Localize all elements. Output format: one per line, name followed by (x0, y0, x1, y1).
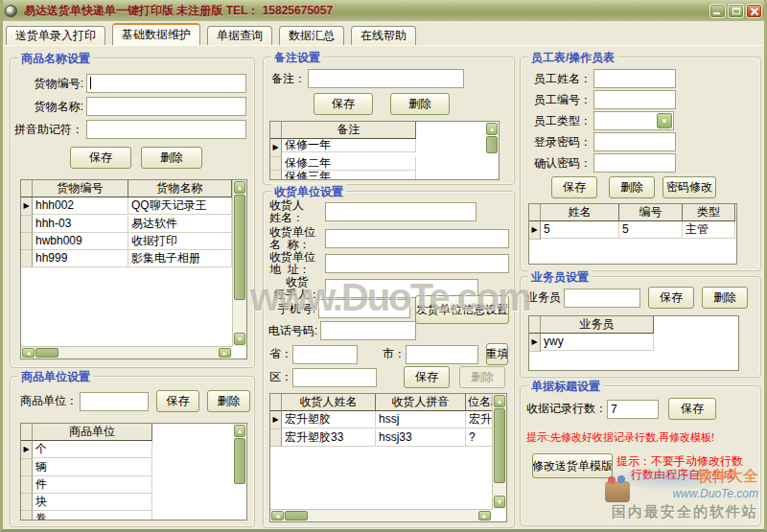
city-input[interactable] (406, 345, 478, 364)
column-header[interactable]: 收货人姓名 (282, 394, 376, 411)
doc-save-button[interactable]: 保存 (668, 398, 716, 420)
refill-button[interactable]: 重填 (486, 343, 508, 365)
table-row[interactable]: hh999 影集电子相册 (21, 250, 232, 267)
receiver-save-button[interactable]: 保存 (404, 366, 450, 388)
unit-delete-button[interactable]: 删除 (207, 390, 250, 412)
maximize-button[interactable] (728, 4, 744, 18)
scroll-thumb[interactable] (234, 438, 245, 484)
goods-name-input[interactable] (86, 97, 246, 116)
mobile-input[interactable] (318, 299, 410, 318)
table-row[interactable]: 辆 (21, 459, 152, 476)
table-row[interactable]: 卷 (21, 511, 152, 520)
salesman-save-button[interactable]: 保存 (648, 287, 694, 309)
employee-table: 姓名 编号 类型 ▶ 5 5 主管 (528, 203, 737, 265)
unit-input[interactable] (80, 392, 149, 411)
remark-save-button[interactable]: 保存 (314, 93, 373, 115)
horizontal-scrollbar[interactable]: ◄ ► (270, 509, 492, 521)
change-password-button[interactable]: 密码修改 (662, 176, 716, 198)
scroll-up-button[interactable]: ▲ (234, 181, 245, 194)
login-password-input[interactable] (593, 132, 676, 151)
district-input[interactable] (292, 368, 377, 387)
table-row[interactable]: hhh-03 易达软件 (21, 216, 232, 233)
close-button[interactable] (746, 4, 762, 18)
column-header[interactable]: 备注 (282, 122, 416, 139)
main-content: 商品名称设置 货物编号: 货物名称: 拼音助记符： 保存 删除 货物编号 (3, 45, 764, 529)
horizontal-scrollbar[interactable]: ◄ ► (21, 346, 232, 359)
scroll-right-button[interactable]: ► (219, 348, 231, 358)
scroll-down-button[interactable]: ▼ (494, 496, 505, 508)
goods-pinyin-input[interactable] (86, 120, 246, 139)
scroll-thumb[interactable] (285, 511, 308, 520)
vertical-scrollbar[interactable]: ▲ ▼ (492, 394, 506, 509)
table-row[interactable]: ▶ 宏升塑胶 hssj 宏升 (270, 411, 493, 429)
phone-input[interactable] (320, 321, 416, 340)
table-row[interactable]: ▶ 保修一年 (270, 139, 416, 157)
table-row[interactable]: ▶ hhh002 QQ聊天记录王 (21, 197, 232, 216)
salesman-delete-button[interactable]: 删除 (702, 287, 748, 309)
column-header[interactable]: 货物名称 (128, 180, 232, 197)
sender-info-button[interactable]: 发货单位信息设置 (415, 295, 509, 324)
scroll-thumb[interactable] (494, 408, 505, 483)
minimize-button[interactable] (709, 4, 726, 18)
tab-delivery-entry-print[interactable]: 送货单录入打印 (6, 26, 105, 45)
scroll-up-button[interactable]: ▲ (494, 395, 505, 407)
dropdown-arrow-icon[interactable]: ▼ (657, 113, 672, 128)
table-row[interactable]: 保修二年 (270, 157, 416, 171)
scroll-left-button[interactable]: ◄ (22, 348, 35, 358)
scroll-right-button[interactable]: ► (478, 511, 491, 520)
salesman-input[interactable] (564, 289, 640, 308)
confirm-password-input[interactable] (593, 153, 676, 173)
tab-online-help[interactable]: 在线帮助 (351, 26, 416, 45)
table-cell: 块 (33, 494, 152, 511)
scroll-thumb[interactable] (234, 195, 245, 300)
column-header[interactable]: 商品单位 (33, 424, 152, 441)
receiver-name-label: 收货人 姓名： (269, 199, 325, 224)
column-header[interactable]: 类型 (683, 204, 735, 221)
column-header[interactable]: 货物编号 (33, 180, 128, 197)
app-icon (5, 5, 17, 17)
column-header[interactable]: 位名称 (466, 394, 493, 411)
column-header[interactable]: 姓名 (541, 204, 619, 221)
employee-save-button[interactable]: 保存 (551, 176, 597, 198)
record-rows-input[interactable] (607, 400, 659, 419)
group-employee-table: 员工表/操作员表 员工姓名： 员工编号： 员工类型： ▼ 登录密码： 确认密码： (520, 57, 761, 271)
tab-base-data-maintenance[interactable]: 基础数据维护 (112, 23, 200, 45)
vertical-scrollbar[interactable]: ▲ ▼ (232, 180, 246, 346)
employee-name-input[interactable] (593, 69, 676, 88)
table-row[interactable]: 块 (21, 494, 152, 511)
remark-delete-button[interactable]: 删除 (390, 93, 450, 115)
scroll-thumb[interactable] (35, 348, 58, 358)
scroll-left-button[interactable]: ◄ (271, 511, 284, 520)
goods-save-button[interactable]: 保存 (70, 147, 131, 169)
tab-document-query[interactable]: 单据查询 (207, 26, 272, 45)
goods-delete-button[interactable]: 删除 (141, 147, 202, 169)
scroll-down-button[interactable]: ▼ (234, 333, 245, 345)
table-row[interactable]: 宏升塑胶33 hssj33 ? (270, 429, 493, 447)
remark-input[interactable] (308, 69, 464, 88)
table-row[interactable]: ▶ ywy (529, 334, 654, 352)
column-header[interactable]: 业务员 (541, 316, 654, 334)
employee-type-dropdown[interactable]: ▼ (593, 111, 674, 130)
receiver-company-input[interactable] (325, 229, 509, 248)
unit-save-button[interactable]: 保存 (156, 390, 199, 412)
employee-id-input[interactable] (593, 90, 676, 109)
table-row[interactable]: ▶ 5 5 主管 (529, 221, 735, 240)
table-row[interactable]: hwbh009 收据打印 (21, 233, 232, 250)
goods-code-input[interactable] (86, 74, 246, 93)
column-header[interactable]: 编号 (619, 204, 683, 221)
scroll-up-button[interactable]: ▲ (234, 425, 245, 437)
column-header[interactable]: 收货人拼音 (376, 394, 466, 411)
group-title: 商品单位设置 (18, 369, 93, 385)
table-row[interactable]: 保修三年 (270, 171, 416, 180)
table-row[interactable]: ▶ 个 (21, 441, 152, 459)
receiver-address-input[interactable] (325, 254, 509, 273)
province-input[interactable] (292, 345, 358, 364)
scroll-up-button[interactable]: ▲ (486, 123, 498, 135)
edit-template-button[interactable]: 修改送货单模版 (532, 453, 613, 478)
receiver-name-input[interactable] (325, 202, 476, 221)
employee-delete-button[interactable]: 删除 (609, 176, 655, 198)
receiver-delete-button: 删除 (459, 366, 505, 388)
tab-data-summary[interactable]: 数据汇总 (279, 26, 344, 45)
table-row[interactable]: 件 (21, 476, 152, 494)
scroll-thumb[interactable] (486, 136, 498, 153)
